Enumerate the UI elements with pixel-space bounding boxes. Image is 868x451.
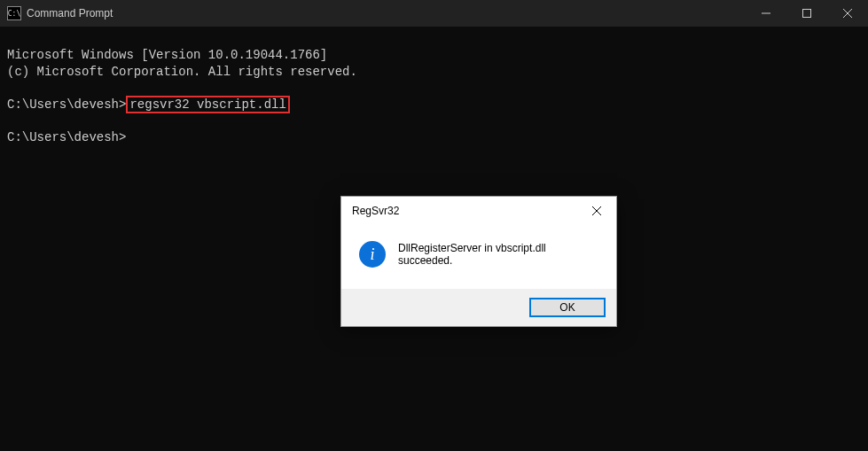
window-titlebar: C:\ Command Prompt — [0, 0, 868, 27]
maximize-button[interactable] — [786, 0, 827, 27]
window-controls — [746, 0, 868, 27]
prompt-text: C:\Users\devesh> — [7, 130, 126, 144]
window-title: Command Prompt — [27, 7, 746, 19]
prompt-text: C:\Users\devesh> — [7, 97, 126, 112]
cmd-icon-text: C:\ — [8, 10, 20, 18]
close-button[interactable] — [827, 0, 868, 27]
minimize-button[interactable] — [746, 0, 786, 27]
dialog-message: DllRegisterServer in vbscript.dll succee… — [398, 242, 598, 267]
blank-line — [7, 81, 861, 97]
terminal-cursor — [126, 130, 133, 144]
close-icon — [843, 9, 852, 18]
info-glyph: i — [370, 245, 374, 264]
dialog-body: i DllRegisterServer in vbscript.dll succ… — [341, 225, 616, 289]
maximize-icon — [802, 9, 811, 18]
highlighted-command: regsvr32 vbscript.dll — [126, 96, 289, 113]
dialog-titlebar[interactable]: RegSvr32 — [341, 197, 616, 225]
dialog-footer: OK — [341, 289, 616, 326]
blank-line — [7, 113, 861, 129]
terminal-line: (c) Microsoft Corporation. All rights re… — [7, 64, 861, 81]
terminal-line: C:\Users\devesh> — [7, 129, 861, 146]
message-dialog: RegSvr32 i DllRegisterServer in vbscript… — [340, 196, 617, 327]
cmd-icon: C:\ — [7, 6, 21, 20]
terminal-line: Microsoft Windows [Version 10.0.19044.17… — [7, 47, 861, 64]
terminal-line: C:\Users\devesh>regsvr32 vbscript.dll — [7, 97, 861, 113]
svg-rect-1 — [803, 10, 811, 18]
ok-button[interactable]: OK — [529, 298, 606, 317]
close-icon — [592, 206, 601, 215]
info-icon: i — [359, 241, 386, 268]
dialog-close-button[interactable] — [577, 197, 616, 225]
dialog-title: RegSvr32 — [352, 205, 577, 217]
minimize-icon — [762, 9, 770, 18]
terminal-output[interactable]: Microsoft Windows [Version 10.0.19044.17… — [0, 27, 868, 166]
